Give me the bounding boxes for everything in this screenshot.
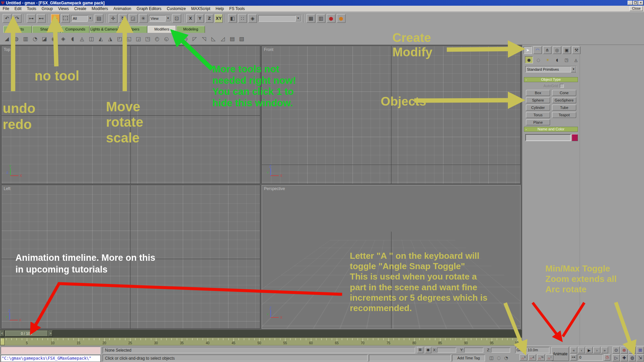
modifier-tool-icon-7[interactable]: ◈ bbox=[59, 35, 67, 43]
viewport-perspective[interactable]: Perspective ZXY bbox=[262, 185, 521, 329]
menu-animation[interactable]: Animation bbox=[111, 6, 134, 11]
select-and-move-button[interactable]: ✛ bbox=[109, 14, 117, 23]
modifier-tool-icon-6[interactable]: ◉ bbox=[50, 35, 58, 43]
time-slider[interactable]: 0 / 100 bbox=[5, 330, 48, 337]
spinner-snap-button[interactable]: ∩↕ bbox=[546, 354, 553, 361]
modifier-tool-icon-12[interactable]: ◮ bbox=[106, 35, 114, 43]
modifier-tool-icon-4[interactable]: ◔ bbox=[31, 35, 39, 43]
modifier-tool-icon-9[interactable]: ◬ bbox=[78, 35, 86, 43]
menu-group[interactable]: Group bbox=[39, 6, 55, 11]
animate-button[interactable]: Animate bbox=[551, 347, 569, 361]
geometry-button[interactable]: ● bbox=[525, 56, 533, 63]
material-editor-button[interactable]: ● bbox=[327, 14, 335, 23]
y-coord-field[interactable] bbox=[464, 348, 483, 353]
menu-views[interactable]: Views bbox=[55, 6, 71, 11]
cylinder-button[interactable]: Cylinder bbox=[526, 105, 550, 111]
autogrid-checkbox[interactable] bbox=[560, 84, 564, 88]
select-by-name-button[interactable]: ▤ bbox=[95, 14, 103, 23]
create-tab[interactable]: ➤ bbox=[524, 46, 532, 54]
modifier-tool-icon-13[interactable]: ◰ bbox=[115, 35, 124, 43]
helpers-button[interactable]: ◳ bbox=[562, 56, 571, 63]
title-bar[interactable]: Ψ Untitled - gmax - [FSX_GMaxGamepack ga… bbox=[0, 0, 644, 6]
select-and-scale-button[interactable]: ◲ bbox=[129, 14, 138, 23]
layers-button[interactable]: ▥ bbox=[317, 14, 325, 23]
geosphere-button[interactable]: GeoSphere bbox=[552, 97, 576, 103]
select-object-button[interactable]: ➤ bbox=[51, 14, 60, 23]
restrict-z-button[interactable]: Z bbox=[205, 14, 213, 23]
object-name-field[interactable] bbox=[525, 134, 571, 141]
modifier-tool-icon-2[interactable]: ◍ bbox=[12, 35, 20, 43]
zoom-extents-button[interactable]: ⊡ bbox=[629, 347, 636, 354]
menu-fs-tools[interactable]: FS Tools bbox=[226, 6, 247, 11]
angle-snap-toggle-button[interactable]: ∩∠ bbox=[528, 354, 536, 361]
use-pivot-center-button[interactable]: ⊡ bbox=[172, 14, 181, 23]
absolute-offset-mode-icon[interactable]: ◉ bbox=[425, 347, 431, 353]
modifier-tool-icon-22[interactable]: ◹ bbox=[200, 35, 208, 43]
redo-button[interactable]: ↷ bbox=[13, 14, 21, 23]
modifier-tool-icon-11[interactable]: ◭ bbox=[97, 35, 105, 43]
unlink-selection-button[interactable]: ⊷ bbox=[37, 14, 46, 23]
tab-helpers[interactable]: Helpers bbox=[119, 26, 147, 33]
mirror-button[interactable]: ◧ bbox=[228, 14, 237, 23]
hierarchy-tab[interactable]: ⋔ bbox=[543, 46, 551, 54]
zoom-extents-all-button[interactable]: ⊞ bbox=[637, 347, 644, 354]
pan-button[interactable]: ✚ bbox=[621, 354, 628, 361]
track-bar-ruler[interactable]: 5101520253035404550556065707580859095100 bbox=[0, 338, 522, 346]
selection-region-button[interactable] bbox=[61, 14, 70, 23]
tube-button[interactable]: Tube bbox=[552, 105, 576, 111]
min-max-toggle-button[interactable]: ⇲ bbox=[637, 354, 644, 361]
menu-create[interactable]: Create bbox=[71, 6, 89, 11]
minimize-button[interactable]: _ bbox=[628, 1, 633, 5]
chevron-down-icon[interactable]: ▼ bbox=[571, 66, 576, 72]
zoom-button[interactable]: ⊙ bbox=[612, 347, 620, 354]
modifier-tool-icon-21[interactable]: ◸ bbox=[191, 35, 199, 43]
tab-modeling[interactable]: Modeling bbox=[176, 26, 205, 33]
modifier-tool-icon-8[interactable]: ◖ bbox=[68, 35, 77, 43]
tab-compounds[interactable]: Compounds bbox=[61, 26, 90, 33]
maxscript-listener-output[interactable] bbox=[1, 347, 101, 354]
tab-objects[interactable]: Objects bbox=[3, 26, 32, 33]
object-color-swatch[interactable] bbox=[572, 134, 578, 141]
viewport-front[interactable]: Front ZXY bbox=[262, 46, 521, 184]
x-coord-field[interactable] bbox=[437, 348, 456, 353]
modifier-tool-icon-18[interactable]: ◵ bbox=[162, 35, 171, 43]
arc-rotate-button[interactable]: ◍ bbox=[629, 354, 636, 361]
modifier-tool-icon-25[interactable]: ▤ bbox=[228, 35, 236, 43]
space-warps-button[interactable]: ◬ bbox=[572, 56, 580, 63]
named-selections-dropdown[interactable]: ▼ bbox=[258, 15, 301, 22]
modifier-tool-icon-24[interactable]: ◿ bbox=[219, 35, 227, 43]
snap-toggle-button[interactable]: ∩3 bbox=[520, 354, 527, 361]
degradation-override-button[interactable]: ◫ bbox=[488, 355, 495, 361]
previous-frame-button[interactable]: ‹ bbox=[578, 347, 585, 353]
restrict-y-button[interactable]: Y bbox=[196, 14, 204, 23]
modifier-tool-icon-26[interactable]: ▧ bbox=[237, 35, 246, 43]
chevron-down-icon[interactable]: ▼ bbox=[165, 15, 171, 21]
restore-button[interactable]: ❐ bbox=[633, 1, 638, 5]
primitives-dropdown[interactable]: Standard Primitives ▼ bbox=[525, 66, 577, 72]
modifier-tool-icon-14[interactable]: ◱ bbox=[125, 35, 133, 43]
display-tab[interactable]: ▣ bbox=[562, 46, 571, 54]
modifier-tool-icon-23[interactable]: ◺ bbox=[209, 35, 218, 43]
teapot-button[interactable]: Teapot bbox=[552, 112, 576, 118]
box-button[interactable]: Box bbox=[526, 90, 550, 96]
cameras-button[interactable]: ◖ bbox=[553, 56, 561, 63]
restrict-x-button[interactable]: X bbox=[186, 14, 195, 23]
close-button[interactable]: × bbox=[638, 1, 643, 5]
tab-modifiers[interactable]: Modifiers bbox=[148, 26, 176, 33]
sphere-button[interactable]: Sphere bbox=[526, 97, 550, 103]
viewport-top[interactable]: Top YXZ bbox=[1, 46, 260, 184]
reference-coordinate-dropdown[interactable]: View▼ bbox=[149, 15, 171, 22]
motion-tab[interactable]: ◎ bbox=[553, 46, 561, 54]
time-tag-mode-button[interactable]: ◔ bbox=[503, 355, 509, 361]
menu-edit[interactable]: Edit bbox=[12, 6, 24, 11]
next-frame-button[interactable]: › bbox=[593, 347, 600, 353]
menu-file[interactable]: File bbox=[0, 6, 12, 11]
modifier-tool-icon-5[interactable]: ◪ bbox=[40, 35, 49, 43]
viewport-left[interactable]: Left ZXY bbox=[1, 185, 260, 329]
select-and-rotate-button[interactable]: ↻ bbox=[119, 14, 127, 23]
time-configuration-icon[interactable]: ◷ bbox=[604, 354, 610, 361]
shapes-button[interactable]: ◌ bbox=[534, 56, 542, 63]
next-key-button[interactable]: > bbox=[48, 330, 53, 337]
modifier-tool-icon-17[interactable]: ◴ bbox=[153, 35, 161, 43]
field-of-view-button[interactable]: ▷ bbox=[612, 354, 620, 361]
